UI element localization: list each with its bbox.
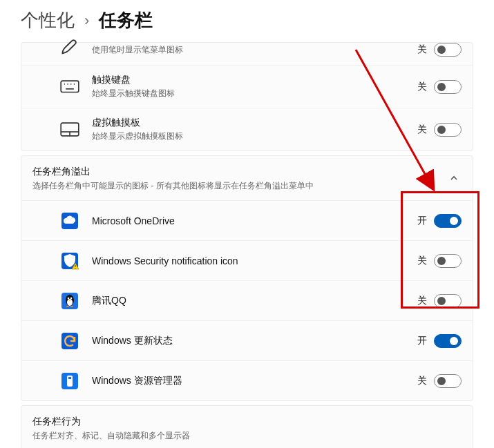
svg-rect-0	[61, 81, 79, 92]
row-touch-keyboard-sub: 始终显示触摸键盘图标	[92, 88, 417, 99]
update-icon	[60, 331, 79, 351]
row-qq[interactable]: 腾讯QQ 关	[21, 280, 473, 320]
row-update-label: Windows 更新状态	[92, 335, 417, 347]
taskbar-overflow-panel: 任务栏角溢出 选择任务栏角中可能显示的图标 - 所有其他图标将显示在任务栏角溢出…	[21, 155, 473, 401]
row-virtual-touchpad[interactable]: 虚拟触摸板 始终显示虚拟触摸板图标 关	[21, 108, 473, 150]
pen-icon	[60, 37, 79, 57]
toggle-label-onedrive: 开	[417, 215, 427, 227]
svg-point-15	[70, 297, 73, 299]
security-icon	[60, 251, 79, 271]
toggle-windows-update[interactable]	[434, 334, 462, 348]
breadcrumb-separator: ›	[84, 12, 89, 30]
row-resource-label: Windows 资源管理器	[92, 375, 417, 387]
toggle-label-resource: 关	[417, 375, 427, 387]
breadcrumb-parent[interactable]: 个性化	[21, 8, 75, 32]
qq-icon	[60, 291, 79, 311]
toggle-label-pen: 关	[417, 43, 427, 56]
toggle-qq[interactable]	[434, 294, 462, 308]
taskbar-corner-icons-panel: 使用笔时显示笔菜单图标 关 触摸键盘 始终显示触摸键盘图标 关 虚拟触摸板 始终…	[21, 42, 473, 151]
row-onedrive[interactable]: Microsoft OneDrive 开	[21, 200, 473, 240]
row-virtual-touchpad-sub: 始终显示虚拟触摸板图标	[92, 130, 417, 142]
toggle-label-touch-keyboard: 关	[417, 81, 427, 93]
toggle-label-security: 关	[417, 255, 427, 267]
toggle-pen[interactable]	[434, 43, 462, 57]
row-pen-menu[interactable]: 使用笔时显示笔菜单图标 关	[21, 43, 473, 65]
toggle-virtual-touchpad[interactable]	[434, 123, 462, 137]
svg-rect-20	[68, 377, 71, 379]
svg-point-18	[70, 306, 73, 307]
breadcrumb-current: 任务栏	[99, 8, 153, 32]
virtual-touchpad-icon	[60, 120, 79, 139]
row-resource-manager[interactable]: Windows 资源管理器 关	[21, 360, 473, 400]
toggle-resource-manager[interactable]	[434, 374, 462, 388]
svg-point-16	[69, 300, 71, 300]
toggle-label-qq: 关	[417, 295, 427, 307]
overflow-section-title: 任务栏角溢出	[32, 166, 446, 178]
behavior-section-sub: 任务栏对齐、标记、自动隐藏和多个显示器	[32, 430, 462, 442]
toggle-onedrive[interactable]	[434, 214, 462, 228]
row-windows-update[interactable]: Windows 更新状态 开	[21, 320, 473, 360]
row-touch-keyboard[interactable]: 触摸键盘 始终显示触摸键盘图标 关	[21, 65, 473, 108]
row-security-label: Windows Security notification icon	[92, 255, 417, 266]
onedrive-icon	[60, 211, 79, 231]
toggle-label-virtual-touchpad: 关	[417, 124, 427, 136]
row-touch-keyboard-title: 触摸键盘	[92, 74, 417, 86]
behavior-section-title: 任务栏行为	[32, 416, 462, 428]
overflow-section-sub: 选择任务栏角中可能显示的图标 - 所有其他图标将显示在任务栏角溢出菜单中	[32, 180, 446, 192]
toggle-label-update: 开	[417, 335, 427, 347]
overflow-section-header[interactable]: 任务栏角溢出 选择任务栏角中可能显示的图标 - 所有其他图标将显示在任务栏角溢出…	[21, 156, 473, 200]
row-onedrive-label: Microsoft OneDrive	[92, 215, 417, 226]
toggle-security[interactable]	[434, 254, 462, 268]
row-pen-sub: 使用笔时显示笔菜单图标	[92, 44, 417, 56]
touch-keyboard-icon	[60, 77, 79, 97]
row-qq-label: 腾讯QQ	[92, 295, 417, 307]
svg-point-14	[68, 297, 70, 299]
taskbar-behavior-panel[interactable]: 任务栏行为 任务栏对齐、标记、自动隐藏和多个显示器	[21, 405, 473, 448]
svg-rect-10	[75, 265, 76, 267]
row-virtual-touchpad-title: 虚拟触摸板	[92, 117, 417, 129]
svg-point-17	[66, 306, 69, 307]
breadcrumb: 个性化 › 任务栏	[0, 0, 494, 38]
row-security[interactable]: Windows Security notification icon 关	[21, 240, 473, 280]
chevron-up-icon[interactable]	[446, 171, 462, 188]
svg-rect-11	[75, 268, 76, 269]
toggle-touch-keyboard[interactable]	[434, 80, 462, 94]
resource-icon	[60, 371, 79, 391]
behavior-section-header[interactable]: 任务栏行为 任务栏对齐、标记、自动隐藏和多个显示器	[21, 406, 473, 448]
